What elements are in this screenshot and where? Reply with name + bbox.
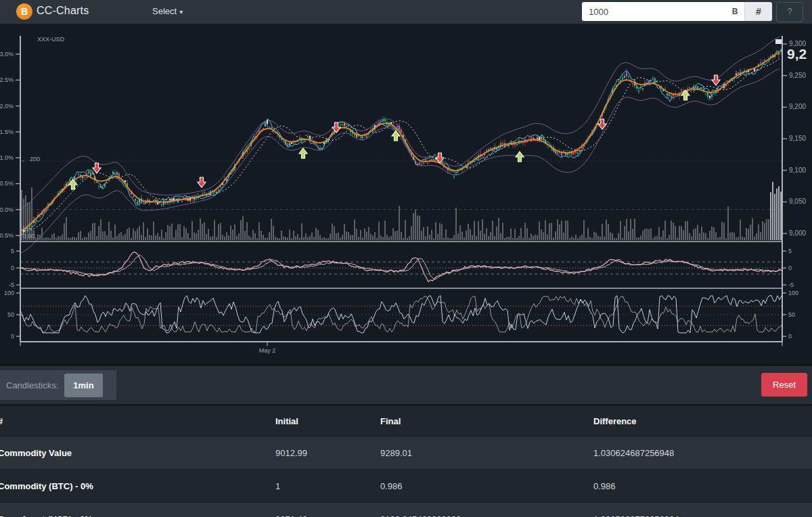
svg-text:9,100: 9,100 [789, 166, 806, 174]
chart-toolbar: Candlesticks: 1min Reset [0, 366, 812, 404]
svg-text:5: 5 [11, 248, 14, 254]
svg-text:0: 0 [11, 333, 14, 340]
sell-arrow-icon [93, 163, 101, 173]
table-row: Commodity Value 9012.99 9289.01 1.030624… [0, 436, 812, 469]
svg-text:200: 200 [30, 156, 40, 162]
row-initial: 9071.46 [275, 514, 380, 517]
amount-input[interactable] [582, 2, 725, 21]
svg-text:0: 0 [788, 265, 792, 271]
row-difference: 1.030624687256948 [593, 448, 812, 458]
chart-canvas[interactable]: 3.0%2.5%2.0%1.5%1.0%0.5%0.0%-0.5%9,3009,… [0, 24, 812, 364]
svg-text:3.0%: 3.0% [0, 51, 14, 58]
row-label: Commodity Value [0, 448, 275, 458]
svg-text:0: 0 [788, 333, 792, 340]
svg-text:9,250: 9,250 [789, 72, 806, 79]
row-final: 9103.245460000000 [380, 514, 593, 517]
svg-text:1.0%: 1.0% [0, 154, 14, 161]
svg-text:-5: -5 [9, 282, 14, 288]
table-row: Base Asset (USD) - 0% 9071.46 9103.24546… [0, 502, 812, 517]
svg-text:XXX-USD: XXX-USD [37, 36, 65, 43]
row-initial: 9012.99 [275, 448, 380, 458]
svg-text:-0.5%: -0.5% [0, 232, 14, 239]
svg-text:-5: -5 [788, 282, 794, 288]
buy-arrow-icon [516, 152, 524, 162]
svg-text:9,2: 9,2 [787, 46, 807, 62]
app-title: CC-Charts [37, 5, 89, 17]
svg-text:100: 100 [788, 290, 798, 296]
select-dropdown-label: Select [152, 6, 177, 16]
candlesticks-panel: Candlesticks: 1min [0, 370, 116, 400]
header-final: Final [380, 416, 593, 426]
table-header-row: # Initial Final Difference [0, 406, 812, 436]
sell-arrow-icon [198, 177, 206, 187]
price-chart[interactable]: 3.0%2.5%2.0%1.5%1.0%0.5%0.0%-0.5%9,3009,… [0, 24, 812, 366]
navbar: B CC-Charts Select▾ B # ? [0, 0, 812, 24]
row-difference: 0.986 [593, 481, 812, 491]
row-initial: 1 [275, 481, 380, 491]
row-label: Base Asset (USD) - 0% [0, 514, 275, 517]
svg-text:0.5%: 0.5% [0, 180, 14, 187]
results-table: # Initial Final Difference Commodity Val… [0, 406, 812, 517]
svg-text:9,050: 9,050 [789, 198, 806, 205]
amount-input-group: B # [582, 2, 772, 21]
candlesticks-label: Candlesticks: [6, 380, 58, 390]
chevron-down-icon: ▾ [179, 8, 183, 16]
svg-text:2.5%: 2.5% [0, 76, 14, 83]
svg-text:1.5%: 1.5% [0, 129, 14, 135]
reset-button[interactable]: Reset [761, 373, 807, 397]
header-initial: Initial [275, 416, 380, 426]
currency-icon: B [725, 2, 744, 21]
row-final: 0.986 [380, 481, 593, 491]
header-difference: Difference [593, 416, 812, 426]
row-difference: 1.0035039773956964 [593, 514, 812, 517]
hash-button[interactable]: # [744, 2, 772, 21]
svg-text:May 2: May 2 [259, 347, 276, 354]
svg-text:50: 50 [7, 311, 14, 318]
svg-text:2.0%: 2.0% [0, 103, 14, 110]
header-name: # [0, 416, 275, 426]
svg-text:9,200: 9,200 [789, 103, 806, 110]
svg-text:50: 50 [788, 311, 795, 318]
svg-text:9,000: 9,000 [789, 229, 806, 237]
svg-text:9,150: 9,150 [789, 135, 806, 142]
row-final: 9289.01 [380, 448, 593, 458]
bitcoin-logo-icon: B [16, 3, 32, 20]
svg-text:100: 100 [4, 290, 14, 296]
svg-text:0: 0 [11, 265, 14, 271]
svg-text:0.0%: 0.0% [0, 206, 14, 213]
svg-text:0.00: 0.00 [23, 233, 35, 240]
select-dropdown[interactable]: Select▾ [152, 6, 183, 16]
buy-arrow-icon [299, 148, 307, 158]
table-row: Commodity (BTC) - 0% 1 0.986 0.986 [0, 469, 812, 502]
svg-text:5: 5 [788, 248, 792, 254]
help-button[interactable]: ? [776, 2, 803, 22]
sell-arrow-icon [712, 75, 720, 85]
row-label: Commodity (BTC) - 0% [0, 481, 275, 491]
interval-1min-button[interactable]: 1min [64, 374, 102, 397]
